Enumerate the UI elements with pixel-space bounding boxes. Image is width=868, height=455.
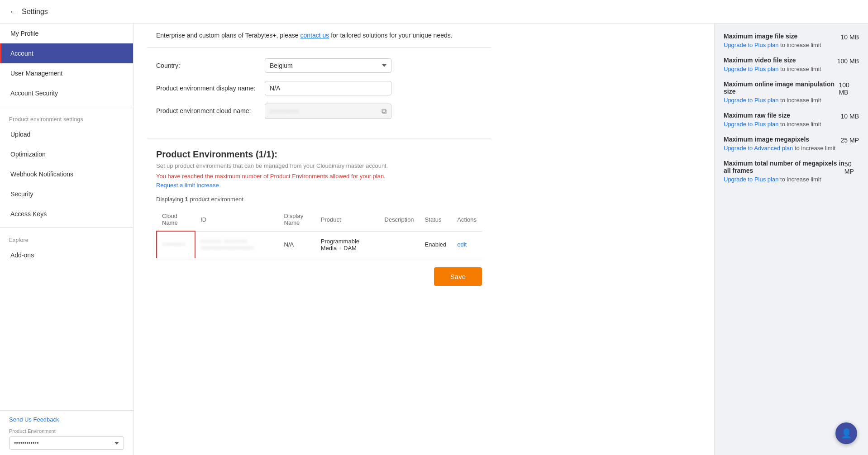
sidebar-item-optimization[interactable]: Optimization [0, 144, 133, 164]
col-cloud-name: Cloud Name [157, 208, 195, 231]
limits-container: Maximum image file size 10 MB Upgrade to… [724, 33, 859, 183]
display-name-row: Product environment display name: [156, 81, 482, 95]
right-panel: Maximum image file size 10 MB Upgrade to… [714, 24, 868, 455]
limit-value: 100 MB [837, 57, 859, 65]
top-bar: ← Settings [0, 0, 868, 24]
float-btn-icon: 👤 [841, 428, 852, 439]
sidebar-item-security[interactable]: Security [0, 184, 133, 204]
env-table: Cloud Name ID Display Name Product Descr… [156, 208, 482, 258]
country-select[interactable]: BelgiumUnited StatesUnited KingdomFrance… [265, 58, 391, 73]
sidebar-item-my-profile[interactable]: My Profile [0, 24, 133, 43]
save-button[interactable]: Save [434, 267, 482, 286]
content-inner: Enterprise and custom plans of Terabytes… [134, 24, 505, 324]
product-env-section-label: Product environment settings [0, 111, 133, 124]
form-section: Country: BelgiumUnited StatesUnited King… [147, 47, 491, 138]
limit-note: Upgrade to Plus plan to increase limit [724, 176, 859, 183]
product-value: Programmable Media + DAM [321, 238, 359, 251]
sidebar-item-upload[interactable]: Upload [0, 124, 133, 144]
page-title: Settings [22, 8, 48, 16]
cloud-name-label: Product environment cloud name: [156, 104, 265, 114]
limit-title: Maximum image file size [724, 33, 797, 40]
limit-value: 100 MB [839, 81, 859, 96]
request-limit-link[interactable]: Request a limit increase [156, 182, 219, 189]
sidebar-bottom: Send Us Feedback Product Environment •••… [0, 410, 133, 455]
explore-section-label: Explore [0, 232, 133, 245]
max-reached-highlight: maximum number of Product Environments a… [215, 173, 386, 180]
upgrade-link[interactable]: Upgrade to Plus plan [724, 176, 778, 183]
upgrade-link[interactable]: Upgrade to Plus plan [724, 121, 778, 128]
product-env-title: Product Environments (1/1): [156, 149, 482, 160]
enterprise-text-after: for tailored solutions for your unique n… [329, 32, 452, 39]
cloud-name-row: Product environment cloud name: ••••••••… [156, 104, 482, 119]
content-wrapper: Enterprise and custom plans of Terabytes… [134, 24, 868, 455]
copy-icon[interactable]: ⧉ [382, 107, 386, 115]
send-feedback-link[interactable]: Send Us Feedback [9, 416, 124, 423]
country-row: Country: BelgiumUnited StatesUnited King… [156, 58, 482, 73]
limit-title: Maximum video file size [724, 57, 796, 64]
upgrade-link[interactable]: Upgrade to Advanced plan [724, 145, 793, 152]
display-name-input[interactable] [265, 81, 391, 95]
sidebar-item-account-security[interactable]: Account Security [0, 83, 133, 103]
contact-us-link[interactable]: contact us [300, 32, 329, 39]
float-button[interactable]: 👤 [835, 422, 857, 444]
sidebar-item-account[interactable]: Account [0, 43, 133, 63]
table-cell-status: Enabled [420, 231, 452, 258]
limit-title: Maximum online image manipulation size [724, 81, 839, 95]
limit-note: Upgrade to Plus plan to increase limit [724, 97, 859, 104]
sidebar-divider-2 [0, 228, 133, 228]
table-cell-display-name: N/A [279, 231, 315, 258]
cloud-name-readonly: •••••••••• ⧉ [265, 104, 391, 119]
edit-link[interactable]: edit [457, 241, 467, 248]
limit-title: Maximum raw file size [724, 112, 790, 119]
enterprise-banner: Enterprise and custom plans of Terabytes… [147, 24, 491, 47]
max-reached-prefix: You have reached the [156, 173, 215, 180]
product-env-subtitle: Set up product environments that can be … [156, 162, 482, 169]
limit-value: 10 MB [841, 113, 859, 120]
limit-value: 10 MB [841, 33, 859, 41]
upgrade-link[interactable]: Upgrade to Plus plan [724, 97, 778, 104]
limit-item: Maximum total number of megapixels in al… [724, 160, 859, 183]
limit-value: 50 MP [844, 161, 859, 175]
main-layout: My Profile Account User Management Accou… [0, 24, 868, 455]
limit-note: Upgrade to Advanced plan to increase lim… [724, 145, 859, 152]
displaying-text: Displaying 1 product environment [156, 196, 482, 203]
main-scroll: Enterprise and custom plans of Terabytes… [134, 24, 714, 455]
sidebar-item-user-management[interactable]: User Management [0, 63, 133, 83]
table-cell-description [379, 231, 420, 258]
limit-value: 25 MP [841, 137, 859, 144]
displaying-prefix: Displaying [156, 196, 185, 203]
table-cell-actions: edit [452, 231, 482, 258]
col-id: ID [195, 208, 278, 231]
sidebar-divider-1 [0, 107, 133, 107]
col-product: Product [315, 208, 379, 231]
displaying-suffix: product environment [188, 196, 243, 203]
cloud-name-value: •••••••••• [270, 108, 300, 115]
table-cell-cloud-name: •••••••• [157, 231, 195, 258]
limit-item: Maximum image file size 10 MB Upgrade to… [724, 33, 859, 48]
enterprise-text-before: Enterprise and custom plans of Terabytes… [156, 32, 300, 39]
limit-item: Maximum online image manipulation size 1… [724, 81, 859, 104]
sidebar-item-webhook-notifications[interactable]: Webhook Notifications [0, 164, 133, 184]
upgrade-link[interactable]: Upgrade to Plus plan [724, 42, 778, 48]
limit-title: Maximum image megapixels [724, 136, 809, 143]
col-description: Description [379, 208, 420, 231]
table-cell-id: ••••••• •••••/•• •••••••••••••••••• [195, 231, 278, 258]
sidebar-item-access-keys[interactable]: Access Keys [0, 204, 133, 224]
table-row: •••••••• ••••••• •••••/•• ••••••••••••••… [157, 231, 482, 258]
sidebar-item-add-ons[interactable]: Add-ons [0, 245, 133, 265]
save-bar: Save [156, 258, 482, 295]
cloud-name-cell-value: •••••••• [162, 241, 186, 248]
product-env-select[interactable]: •••••••••••• [9, 436, 124, 450]
upgrade-link[interactable]: Upgrade to Plus plan [724, 66, 778, 72]
country-label: Country: [156, 58, 265, 69]
id-cell-value: ••••••• •••••/•• •••••••••••••••••• [201, 238, 254, 251]
limit-note: Upgrade to Plus plan to increase limit [724, 66, 859, 72]
back-button[interactable]: ← Settings [9, 6, 48, 17]
limit-note: Upgrade to Plus plan to increase limit [724, 42, 859, 48]
sidebar: My Profile Account User Management Accou… [0, 24, 134, 455]
limit-item: Maximum raw file size 10 MB Upgrade to P… [724, 112, 859, 128]
limit-title: Maximum total number of megapixels in al… [724, 160, 844, 174]
display-name-label: Product environment display name: [156, 81, 265, 92]
displaying-count: 1 [185, 196, 188, 203]
col-display-name: Display Name [279, 208, 315, 231]
